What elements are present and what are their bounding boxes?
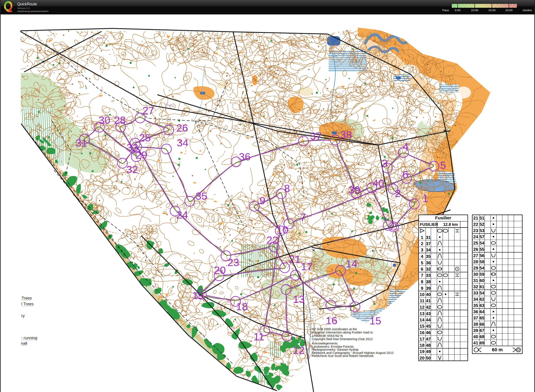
svg-text:37: 37 <box>473 315 478 320</box>
svg-text:11: 11 <box>253 331 264 342</box>
svg-text:16: 16 <box>420 330 425 335</box>
svg-text:8: 8 <box>421 279 423 284</box>
svg-text:Version 2.4: Version 2.4 <box>17 7 30 9</box>
svg-text:Photogrammetry: Stewart Hyslop: Photogrammetry: Stewart Hyslop <box>312 348 358 351</box>
svg-text:64: 64 <box>480 309 485 314</box>
svg-text:30: 30 <box>473 272 478 277</box>
svg-text:4: 4 <box>403 141 408 152</box>
svg-text:ry: ry <box>21 313 25 318</box>
svg-text:33: 33 <box>426 273 431 278</box>
svg-text:26: 26 <box>473 247 478 252</box>
svg-text:47: 47 <box>426 337 431 341</box>
svg-text:54: 54 <box>480 266 485 270</box>
svg-text:38: 38 <box>340 129 352 140</box>
svg-text:19: 19 <box>420 349 425 354</box>
svg-text:15:00: 15:00 <box>488 9 496 12</box>
svg-text:54: 54 <box>480 291 485 295</box>
svg-text:4: 4 <box>421 254 423 259</box>
svg-text:22: 22 <box>266 234 278 246</box>
svg-text:9: 9 <box>421 286 423 291</box>
svg-text:34: 34 <box>177 137 189 149</box>
svg-text:35: 35 <box>473 303 478 308</box>
svg-text:Fusilier: Fusilier <box>435 215 451 220</box>
svg-text:32: 32 <box>126 163 138 175</box>
svg-text:20: 20 <box>214 264 226 276</box>
svg-text:37: 37 <box>310 130 322 142</box>
svg-text:10:00: 10:00 <box>471 9 478 12</box>
svg-text:12: 12 <box>293 345 305 356</box>
svg-text:5: 5 <box>440 159 446 171</box>
svg-text:6: 6 <box>402 169 408 180</box>
svg-text:24: 24 <box>176 209 188 221</box>
svg-text:l Trees: l Trees <box>21 302 34 306</box>
svg-text:60 m: 60 m <box>492 347 503 352</box>
svg-text:21: 21 <box>289 253 301 265</box>
svg-text:1: 1 <box>422 193 428 204</box>
svg-text:36: 36 <box>473 309 478 314</box>
svg-text:3: 3 <box>421 247 423 252</box>
svg-text:63: 63 <box>480 303 484 308</box>
svg-text:7: 7 <box>421 273 423 278</box>
svg-text:52: 52 <box>480 222 484 227</box>
svg-text:62: 62 <box>480 297 484 302</box>
svg-text:17: 17 <box>301 261 313 272</box>
svg-text:59: 59 <box>480 272 484 277</box>
svg-text:15: 15 <box>369 315 381 327</box>
svg-text:58: 58 <box>480 259 484 264</box>
svg-text:60: 60 <box>480 278 484 283</box>
svg-text:Fieldcheck Sue Scott and Rober: Fieldcheck Sue Scott and Robert Newbrook <box>312 354 374 358</box>
svg-text:22: 22 <box>473 222 478 227</box>
svg-text:32: 32 <box>426 267 431 271</box>
svg-text:57: 57 <box>480 234 484 239</box>
svg-text:40: 40 <box>373 177 384 189</box>
svg-text:25: 25 <box>473 240 478 245</box>
svg-text:17: 17 <box>420 336 425 341</box>
svg-text:26: 26 <box>176 122 188 134</box>
svg-text:42: 42 <box>426 305 431 310</box>
svg-text:9: 9 <box>259 195 265 206</box>
svg-text:66: 66 <box>480 322 484 327</box>
svg-text:11: 11 <box>420 298 425 303</box>
svg-text:32: 32 <box>473 284 478 289</box>
svg-text:20: 20 <box>420 355 425 360</box>
svg-text:68: 68 <box>480 334 484 339</box>
svg-text:65: 65 <box>480 316 484 320</box>
svg-text:40: 40 <box>426 292 431 297</box>
svg-text:5:00: 5:00 <box>455 9 460 12</box>
svg-text:36: 36 <box>426 261 431 265</box>
svg-text:nall: nall <box>21 341 27 345</box>
svg-text:39: 39 <box>473 328 478 333</box>
svg-text:39: 39 <box>426 286 431 291</box>
svg-text:min/km: min/km <box>523 9 532 12</box>
svg-text:35: 35 <box>196 190 207 202</box>
svg-text:Pace: Pace <box>442 9 449 12</box>
svg-text:10: 10 <box>420 292 425 297</box>
svg-text:27: 27 <box>473 253 478 258</box>
svg-text:25: 25 <box>139 132 151 144</box>
svg-text:29: 29 <box>473 266 478 270</box>
svg-text:NZ Grid 2000 coordinates at th: NZ Grid 2000 coordinates at the <box>312 327 357 331</box>
svg-text:12.8 km: 12.8 km <box>443 222 458 227</box>
svg-text:56: 56 <box>480 253 484 258</box>
svg-text:30: 30 <box>99 114 110 126</box>
svg-text:45: 45 <box>426 324 431 328</box>
svg-text:69: 69 <box>480 341 484 345</box>
svg-text:38: 38 <box>426 280 431 284</box>
svg-text:43: 43 <box>426 311 431 316</box>
svg-text:18: 18 <box>236 301 248 312</box>
svg-text:1: 1 <box>421 235 423 240</box>
svg-text:34: 34 <box>426 247 431 252</box>
svg-text:15: 15 <box>420 324 425 328</box>
svg-text:33: 33 <box>473 290 478 295</box>
svg-text:2: 2 <box>421 241 423 246</box>
svg-text:: running: : running <box>21 336 37 340</box>
svg-text:31: 31 <box>426 235 431 240</box>
svg-text:28: 28 <box>114 114 126 126</box>
svg-text:19: 19 <box>192 289 204 301</box>
svg-text:7: 7 <box>300 211 306 223</box>
svg-text:FUSILIER: FUSILIER <box>420 222 438 227</box>
svg-text:14: 14 <box>420 317 425 322</box>
svg-text:1786853E 5554762 N: 1786853E 5554762 N <box>312 334 343 337</box>
svg-text:23: 23 <box>227 257 239 268</box>
svg-text:38: 38 <box>473 322 478 327</box>
